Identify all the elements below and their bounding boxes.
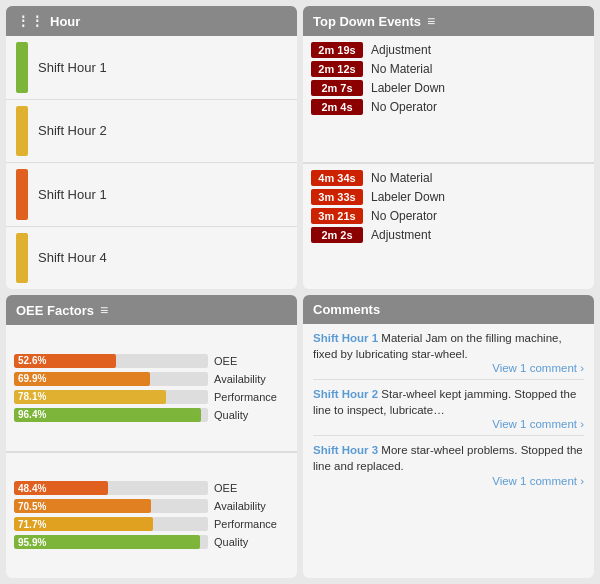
event-row: 2m 7s Labeler Down [311, 80, 586, 96]
events-section-0: 2m 19s Adjustment 2m 12s No Material 2m … [303, 36, 594, 164]
events-title: Top Down Events [313, 14, 421, 29]
oee-metric-label: Performance [214, 518, 289, 530]
event-row: 3m 33s Labeler Down [311, 189, 586, 205]
event-row: 2m 19s Adjustment [311, 42, 586, 58]
oee-row: 71.7% Performance [14, 517, 289, 531]
events-section-1: 4m 34s No Material 3m 33s Labeler Down 3… [303, 164, 594, 290]
oee-row: 96.4% Quality [14, 408, 289, 422]
shift-color-bar [16, 169, 28, 220]
oee-section-0: 52.6% OEE 69.9% Availability 78.1% Perfo… [6, 325, 297, 453]
oee-bar: 70.5% [14, 499, 151, 513]
event-time-bar: 2m 7s [311, 80, 363, 96]
view-comment-link[interactable]: View 1 comment › [313, 362, 584, 374]
event-time-bar: 2m 4s [311, 99, 363, 115]
event-description: No Material [371, 171, 432, 185]
event-row: 2m 4s No Operator [311, 99, 586, 115]
oee-title: OEE Factors [16, 303, 94, 318]
event-description: No Operator [371, 209, 437, 223]
oee-metric-label: Availability [214, 500, 289, 512]
comment-block: Shift Hour 3 More star-wheel problems. S… [313, 442, 584, 491]
shift-item[interactable]: Shift Hour 1 [6, 36, 297, 100]
oee-panel: OEE Factors ≡ 52.6% OEE 69.9% Availabili… [6, 295, 297, 578]
oee-bar-wrap: 78.1% [14, 390, 208, 404]
oee-bar: 52.6% [14, 354, 116, 368]
oee-row: 69.9% Availability [14, 372, 289, 386]
oee-bar-wrap: 71.7% [14, 517, 208, 531]
grid-icon: ⋮⋮ [16, 13, 44, 29]
shift-label: Shift Hour 4 [38, 250, 107, 265]
event-time-bar: 2m 2s [311, 227, 363, 243]
shift-color-bar [16, 106, 28, 157]
oee-list-icon: ≡ [100, 302, 108, 318]
oee-bar-wrap: 96.4% [14, 408, 208, 422]
events-panel: Top Down Events ≡ 2m 19s Adjustment 2m 1… [303, 6, 594, 289]
event-row: 2m 2s Adjustment [311, 227, 586, 243]
event-time-bar: 2m 19s [311, 42, 363, 58]
comment-shift-label[interactable]: Shift Hour 2 [313, 388, 378, 400]
oee-row: 52.6% OEE [14, 354, 289, 368]
shift-item[interactable]: Shift Hour 2 [6, 100, 297, 164]
oee-bar: 71.7% [14, 517, 153, 531]
event-description: Adjustment [371, 43, 431, 57]
oee-body: 52.6% OEE 69.9% Availability 78.1% Perfo… [6, 325, 297, 578]
event-time-bar: 4m 34s [311, 170, 363, 186]
oee-metric-label: OEE [214, 355, 289, 367]
oee-bar-wrap: 48.4% [14, 481, 208, 495]
event-description: No Material [371, 62, 432, 76]
event-description: Labeler Down [371, 190, 445, 204]
comment-shift-label[interactable]: Shift Hour 3 [313, 444, 378, 456]
shift-label: Shift Hour 2 [38, 123, 107, 138]
view-comment-link[interactable]: View 1 comment › [313, 475, 584, 487]
shift-label: Shift Hour 1 [38, 187, 107, 202]
oee-metric-label: Performance [214, 391, 289, 403]
oee-bar-wrap: 69.9% [14, 372, 208, 386]
oee-row: 48.4% OEE [14, 481, 289, 495]
shift-hours-body: Shift Hour 1 Shift Hour 2 Shift Hour 1 S… [6, 36, 297, 289]
list-icon: ≡ [427, 13, 435, 29]
event-time-bar: 2m 12s [311, 61, 363, 77]
comment-text: Shift Hour 3 More star-wheel problems. S… [313, 442, 584, 474]
shift-color-bar [16, 42, 28, 93]
event-time-bar: 3m 21s [311, 208, 363, 224]
shift-hours-header: ⋮⋮ Hour [6, 6, 297, 36]
oee-bar: 95.9% [14, 535, 200, 549]
view-comment-link[interactable]: View 1 comment › [313, 418, 584, 430]
shift-hours-panel: ⋮⋮ Hour Shift Hour 1 Shift Hour 2 Shift … [6, 6, 297, 289]
oee-bar-wrap: 52.6% [14, 354, 208, 368]
events-header: Top Down Events ≡ [303, 6, 594, 36]
comments-header: Comments [303, 295, 594, 324]
oee-row: 95.9% Quality [14, 535, 289, 549]
oee-metric-label: Availability [214, 373, 289, 385]
comment-block: Shift Hour 1 Material Jam on the filling… [313, 330, 584, 380]
event-description: Adjustment [371, 228, 431, 242]
event-description: Labeler Down [371, 81, 445, 95]
oee-metric-label: Quality [214, 409, 289, 421]
comment-text: Shift Hour 2 Star-wheel kept jamming. St… [313, 386, 584, 418]
oee-section-1: 48.4% OEE 70.5% Availability 71.7% Perfo… [6, 453, 297, 579]
oee-bar-wrap: 95.9% [14, 535, 208, 549]
event-row: 2m 12s No Material [311, 61, 586, 77]
event-row: 4m 34s No Material [311, 170, 586, 186]
events-body: 2m 19s Adjustment 2m 12s No Material 2m … [303, 36, 594, 289]
oee-metric-label: OEE [214, 482, 289, 494]
shift-item[interactable]: Shift Hour 1 [6, 163, 297, 227]
oee-row: 78.1% Performance [14, 390, 289, 404]
comment-text: Shift Hour 1 Material Jam on the filling… [313, 330, 584, 362]
comments-body: Shift Hour 1 Material Jam on the filling… [303, 324, 594, 578]
shift-item[interactable]: Shift Hour 4 [6, 227, 297, 290]
oee-bar: 69.9% [14, 372, 150, 386]
oee-bar: 78.1% [14, 390, 166, 404]
oee-metric-label: Quality [214, 536, 289, 548]
comments-title: Comments [313, 302, 380, 317]
comment-shift-label[interactable]: Shift Hour 1 [313, 332, 378, 344]
shift-color-bar [16, 233, 28, 284]
shift-label: Shift Hour 1 [38, 60, 107, 75]
oee-bar-wrap: 70.5% [14, 499, 208, 513]
event-time-bar: 3m 33s [311, 189, 363, 205]
comment-block: Shift Hour 2 Star-wheel kept jamming. St… [313, 386, 584, 436]
event-row: 3m 21s No Operator [311, 208, 586, 224]
comments-panel: Comments Shift Hour 1 Material Jam on th… [303, 295, 594, 578]
oee-header: OEE Factors ≡ [6, 295, 297, 325]
shift-hours-title: Hour [50, 14, 80, 29]
oee-row: 70.5% Availability [14, 499, 289, 513]
